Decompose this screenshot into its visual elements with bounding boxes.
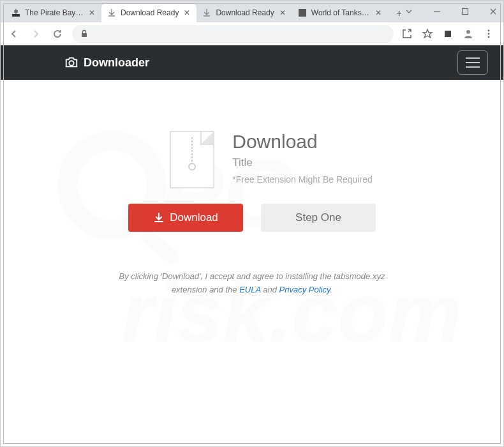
brand-name: Downloader bbox=[84, 56, 149, 70]
browser-tab[interactable]: Download Ready ✕ bbox=[101, 3, 196, 22]
chevron-down-icon[interactable] bbox=[401, 3, 417, 20]
forward-button[interactable] bbox=[29, 27, 43, 41]
file-note: *Free Extension Might Be Required bbox=[232, 174, 372, 185]
star-icon[interactable] bbox=[422, 28, 433, 40]
disclaimer-post: . bbox=[330, 285, 332, 294]
browser-tab[interactable]: World of Tanks—F ✕ bbox=[292, 3, 388, 22]
svg-point-6 bbox=[488, 29, 490, 31]
site-brand[interactable]: Downloader bbox=[64, 56, 149, 70]
close-window-icon[interactable] bbox=[485, 3, 501, 20]
svg-rect-4 bbox=[445, 31, 451, 37]
window-controls bbox=[401, 1, 503, 22]
step-one-button[interactable]: Step One bbox=[261, 204, 376, 232]
close-icon[interactable]: ✕ bbox=[182, 8, 191, 17]
zip-file-icon bbox=[170, 131, 214, 188]
file-title: Title bbox=[232, 156, 372, 169]
svg-rect-3 bbox=[82, 33, 87, 37]
step-one-label: Step One bbox=[295, 211, 341, 224]
wot-icon bbox=[297, 8, 308, 18]
extensions-icon[interactable] bbox=[442, 28, 454, 40]
back-button[interactable] bbox=[7, 27, 21, 41]
browser-tab[interactable]: Download Ready ✕ bbox=[196, 3, 292, 22]
svg-point-9 bbox=[69, 61, 73, 65]
privacy-policy-link[interactable]: Privacy Policy bbox=[279, 285, 330, 294]
tab-title: Download Ready bbox=[121, 8, 179, 17]
svg-point-7 bbox=[488, 33, 490, 34]
file-meta: Download Title *Free Extension Might Be … bbox=[232, 131, 372, 188]
ship-icon bbox=[11, 8, 21, 18]
share-icon[interactable] bbox=[401, 28, 413, 40]
disclaimer-mid: and bbox=[261, 285, 279, 294]
eula-link[interactable]: EULA bbox=[239, 285, 260, 294]
svg-rect-2 bbox=[463, 9, 468, 15]
download-button-label: Download bbox=[170, 211, 218, 224]
toolbar-actions bbox=[401, 28, 497, 40]
profile-icon[interactable] bbox=[463, 28, 474, 40]
lock-icon bbox=[80, 29, 89, 38]
svg-rect-1 bbox=[299, 9, 306, 17]
tab-title: Download Ready bbox=[216, 8, 274, 17]
svg-point-5 bbox=[466, 30, 470, 34]
maximize-icon[interactable] bbox=[457, 3, 473, 20]
svg-rect-0 bbox=[12, 14, 20, 17]
close-icon[interactable]: ✕ bbox=[374, 8, 383, 17]
address-bar[interactable] bbox=[72, 25, 394, 43]
browser-tab[interactable]: The Pirate Bay - Th ✕ bbox=[6, 3, 101, 22]
disclaimer-text: By clicking 'Download', I accept and agr… bbox=[112, 270, 392, 297]
button-row: Download Step One bbox=[128, 204, 376, 232]
tab-title: The Pirate Bay - Th bbox=[25, 8, 84, 17]
site-topbar: Downloader bbox=[1, 45, 503, 80]
browser-tabstrip: The Pirate Bay - Th ✕ Download Ready ✕ D… bbox=[1, 1, 503, 22]
camera-icon bbox=[64, 56, 78, 70]
svg-point-8 bbox=[488, 36, 490, 38]
download-icon bbox=[107, 8, 117, 18]
browser-toolbar bbox=[1, 22, 503, 45]
hamburger-menu[interactable] bbox=[457, 50, 488, 75]
main-content: Download Title *Free Extension Might Be … bbox=[1, 80, 503, 297]
close-icon[interactable]: ✕ bbox=[87, 8, 96, 17]
download-arrow-icon bbox=[153, 212, 165, 224]
menu-icon[interactable] bbox=[483, 28, 494, 40]
close-icon[interactable]: ✕ bbox=[278, 8, 287, 17]
download-button[interactable]: Download bbox=[128, 204, 243, 232]
reload-button[interactable] bbox=[50, 27, 64, 41]
svg-point-15 bbox=[189, 163, 195, 170]
page-viewport: Downloader PC risk.com Download Title bbox=[1, 45, 503, 446]
file-card: Download Title *Free Extension Might Be … bbox=[131, 131, 372, 188]
minimize-icon[interactable] bbox=[429, 3, 445, 20]
tab-title: World of Tanks—F bbox=[311, 8, 370, 17]
download-icon bbox=[202, 8, 212, 18]
download-heading: Download bbox=[232, 131, 372, 153]
